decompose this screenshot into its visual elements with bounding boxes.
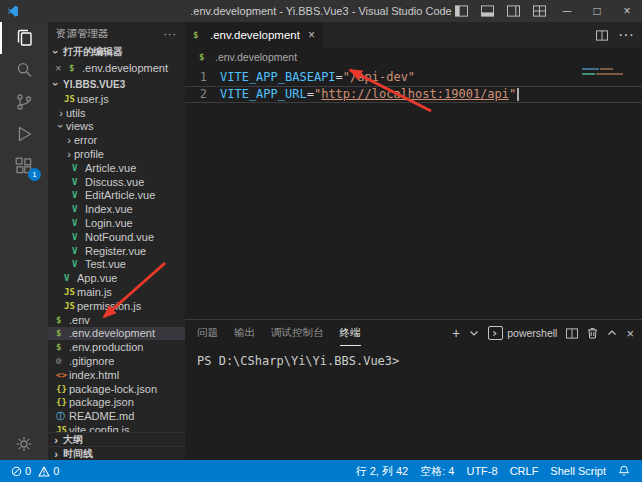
tree-folder-error[interactable]: ›error	[48, 133, 185, 147]
chevron-right-icon: ›	[51, 448, 61, 460]
status-bar: 0 0 行 2, 列 42空格: 4UTF-8CRLFShell Script	[0, 460, 642, 482]
file-name: package-lock.json	[69, 383, 157, 395]
tree-file-index.html[interactable]: <>index.html	[48, 368, 185, 382]
outline-section[interactable]: › 大纲	[48, 432, 185, 446]
project-root-header[interactable]: › YI.BBS.VUE3	[48, 76, 185, 92]
breadcrumb[interactable]: $ .env.development	[185, 48, 642, 66]
tab-close-icon[interactable]: ×	[308, 28, 315, 42]
error-icon	[11, 466, 22, 477]
extensions-icon[interactable]: 1	[0, 150, 48, 182]
search-icon[interactable]	[0, 54, 48, 86]
code-editor[interactable]: 1VITE_APP_BASEAPI="/api-dev"2VITE_APP_UR…	[185, 66, 642, 319]
tree-file-.env.development[interactable]: $.env.development	[48, 327, 185, 341]
tree-file-Login.vue[interactable]: VLogin.vue	[48, 216, 185, 230]
panel-tab-问题[interactable]: 问题	[197, 320, 218, 346]
code-token: "	[509, 87, 516, 101]
minimize-button[interactable]: ─	[552, 0, 582, 22]
file-name: .gitignore	[69, 355, 114, 367]
vue-icon: V	[72, 218, 85, 228]
sidebar-title: 资源管理器	[56, 27, 109, 41]
toggle-sidebar-icon[interactable]	[448, 0, 474, 22]
maximize-panel-icon[interactable]	[607, 329, 617, 337]
terminal-profile[interactable]: powershell	[488, 326, 557, 340]
tree-file-vite.config.js[interactable]: JSvite.config.js	[48, 423, 185, 432]
tree-file-Discuss.vue[interactable]: VDiscuss.vue	[48, 175, 185, 189]
file-name: App.vue	[77, 272, 117, 284]
tree-file-user.js[interactable]: JSuser.js	[48, 92, 185, 106]
tree-folder-views[interactable]: ›views	[48, 120, 185, 134]
tree-file-EditArticle.vue[interactable]: VEditArticle.vue	[48, 189, 185, 203]
timeline-section[interactable]: › 时间线	[48, 446, 185, 460]
split-terminal-icon[interactable]	[566, 328, 578, 339]
tree-file-README.md[interactable]: ⓘREADME.md	[48, 409, 185, 423]
toggle-panel-icon[interactable]	[474, 0, 500, 22]
shell-icon: $	[193, 30, 206, 40]
editor-more-actions-icon[interactable]: ···	[618, 26, 634, 44]
status-encoding[interactable]: UTF-8	[460, 465, 503, 477]
toggle-secondary-sidebar-icon[interactable]	[500, 0, 526, 22]
terminal-output[interactable]: PS D:\CSharp\Yi\Yi.BBS.Vue3>	[185, 346, 642, 460]
tree-file-Register.vue[interactable]: VRegister.vue	[48, 244, 185, 258]
extensions-badge: 1	[28, 168, 41, 181]
file-name: vite.config.js	[69, 424, 130, 432]
md-icon: ⓘ	[56, 410, 69, 423]
tree-folder-profile[interactable]: ›profile	[48, 147, 185, 161]
vue-icon: V	[72, 204, 85, 214]
customize-layout-icon[interactable]	[526, 0, 552, 22]
source-control-icon[interactable]	[0, 86, 48, 118]
problems-status[interactable]: 0 0	[8, 465, 62, 477]
tab-env-development[interactable]: $ .env.development ×	[185, 22, 323, 48]
panel-tab-输出[interactable]: 输出	[234, 320, 255, 346]
explorer-icon[interactable]	[0, 22, 48, 54]
vue-icon: V	[72, 177, 85, 187]
tree-file-.gitignore[interactable]: ⊘.gitignore	[48, 354, 185, 368]
code-line-1[interactable]: 1VITE_APP_BASEAPI="/api-dev"	[185, 69, 642, 86]
panel-tab-调试控制台[interactable]: 调试控制台	[271, 320, 324, 346]
open-editors-header[interactable]: › 打开的编辑器	[48, 44, 185, 60]
tree-file-package-lock.json[interactable]: {}package-lock.json	[48, 382, 185, 396]
chevron-right-icon: ›	[56, 107, 66, 119]
status-eol[interactable]: CRLF	[504, 465, 545, 477]
js-icon: JS	[64, 287, 77, 297]
new-terminal-icon[interactable]: +	[452, 325, 460, 341]
open-editor-item[interactable]: × $ .env.development	[48, 60, 185, 76]
tree-file-package.json[interactable]: {}package.json	[48, 396, 185, 410]
minimap[interactable]	[582, 68, 634, 78]
tree-file-NotFound.vue[interactable]: VNotFound.vue	[48, 230, 185, 244]
close-panel-icon[interactable]: ×	[626, 326, 634, 341]
chevron-right-icon: ›	[64, 148, 74, 160]
close-icon[interactable]: ×	[55, 62, 69, 74]
powershell-icon	[488, 326, 503, 340]
close-button[interactable]: ×	[612, 0, 642, 22]
tree-file-Test.vue[interactable]: VTest.vue	[48, 258, 185, 272]
settings-gear-icon[interactable]	[0, 428, 48, 460]
chevron-down-icon[interactable]	[469, 329, 479, 337]
tree-file-.env.production[interactable]: $.env.production	[48, 340, 185, 354]
tree-file-main.js[interactable]: JSmain.js	[48, 285, 185, 299]
status-language-mode[interactable]: Shell Script	[544, 465, 612, 477]
more-actions-icon[interactable]: ···	[164, 28, 178, 40]
run-debug-icon[interactable]	[0, 118, 48, 150]
tree-file-Article.vue[interactable]: VArticle.vue	[48, 161, 185, 175]
shell-icon: $	[199, 52, 212, 62]
code-token: VITE_APP_BASEAPI	[220, 70, 336, 84]
shell-icon: $	[69, 63, 82, 73]
tree-folder-utils[interactable]: ›utils	[48, 106, 185, 120]
tree-file-App.vue[interactable]: VApp.vue	[48, 271, 185, 285]
kill-terminal-trash-icon[interactable]	[587, 327, 598, 339]
file-name: .env.development	[69, 327, 155, 339]
file-name: README.md	[69, 410, 134, 422]
tree-file-Index.vue[interactable]: VIndex.vue	[48, 202, 185, 216]
code-line-2[interactable]: 2VITE_APP_URL="http://localhost:19001/ap…	[185, 86, 642, 103]
split-editor-icon[interactable]	[596, 30, 608, 41]
vue-icon: V	[72, 246, 85, 256]
notifications-bell-icon[interactable]	[612, 465, 636, 477]
shell-icon: $	[56, 328, 69, 338]
panel-tab-终端[interactable]: 终端	[340, 320, 361, 346]
status-cursor-position[interactable]: 行 2, 列 42	[350, 464, 415, 479]
tree-file-permission.js[interactable]: JSpermission.js	[48, 299, 185, 313]
tree-file-.env[interactable]: $.env	[48, 313, 185, 327]
status-indentation[interactable]: 空格: 4	[414, 464, 460, 479]
code-token: http://localhost:19001/api	[321, 87, 509, 101]
maximize-button[interactable]: □	[582, 0, 612, 22]
